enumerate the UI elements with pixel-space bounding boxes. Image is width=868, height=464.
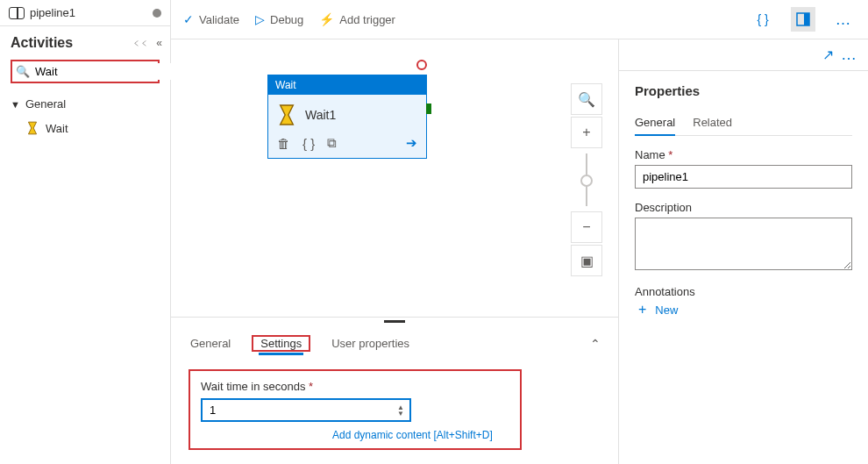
name-group: Name * bbox=[635, 148, 852, 189]
activities-header: Activities ﹤﹤ « bbox=[0, 26, 170, 58]
required-star: * bbox=[668, 148, 672, 161]
tree-item-wait[interactable]: Wait bbox=[9, 116, 161, 140]
prop-tab-general[interactable]: General bbox=[635, 111, 675, 136]
lightning-icon: ⚡ bbox=[319, 12, 334, 26]
zoom-out-button[interactable]: − bbox=[571, 211, 602, 243]
activities-search-input[interactable] bbox=[33, 63, 184, 80]
tree-item-label: Wait bbox=[46, 122, 68, 135]
tree-group-label: General bbox=[25, 97, 66, 111]
properties-toggle-button[interactable] bbox=[791, 7, 815, 32]
wait-time-label-text: Wait time in seconds bbox=[201, 380, 305, 393]
name-label: Name * bbox=[635, 148, 852, 161]
validate-button[interactable]: ✓ Validate bbox=[183, 12, 239, 26]
debug-label: Debug bbox=[270, 13, 303, 26]
node-actions: 🗑 { } ⧉ ➔ bbox=[268, 132, 426, 158]
plus-icon: + bbox=[638, 302, 646, 318]
required-star: * bbox=[309, 380, 313, 393]
wait-time-group: Wait time in seconds * ▲▼ Add dynamic co… bbox=[189, 369, 522, 450]
tab-settings[interactable]: Settings bbox=[259, 332, 303, 355]
add-trigger-button[interactable]: ⚡ Add trigger bbox=[319, 12, 395, 26]
zoom-search-button[interactable]: 🔍 bbox=[571, 83, 602, 115]
description-label: Description bbox=[635, 201, 852, 214]
prop-tab-related[interactable]: Related bbox=[693, 111, 732, 135]
node-name: Wait1 bbox=[305, 108, 336, 122]
properties-tabs: General Related bbox=[635, 111, 852, 136]
breakpoint-icon[interactable] bbox=[416, 60, 427, 70]
bottom-tabs: General Settings User properties ⌃ bbox=[171, 326, 618, 360]
svg-rect-1 bbox=[804, 13, 809, 25]
code-icon[interactable]: { } bbox=[302, 136, 315, 151]
collapse-bottom-icon[interactable]: ⌃ bbox=[590, 337, 601, 351]
unsaved-indicator bbox=[153, 9, 161, 18]
activities-search[interactable]: 🔍 bbox=[11, 60, 160, 83]
bottom-panel: General Settings User properties ⌃ Wait … bbox=[171, 317, 618, 464]
new-label: New bbox=[655, 303, 678, 317]
more-actions-button[interactable]: … bbox=[831, 7, 856, 32]
play-icon: ▷ bbox=[255, 12, 265, 26]
pipeline-toolbar: ✓ Validate ▷ Debug ⚡ Add trigger { } … bbox=[171, 0, 868, 39]
code-view-button[interactable]: { } bbox=[751, 7, 775, 32]
tab-settings-highlight: Settings bbox=[252, 335, 310, 352]
collapse-down-icon[interactable]: ﹤﹤ bbox=[132, 36, 147, 51]
annotations-group: Annotations + New bbox=[635, 285, 852, 318]
delete-icon[interactable]: 🗑 bbox=[277, 136, 290, 151]
arrow-out-icon[interactable]: ➔ bbox=[406, 135, 417, 151]
copy-icon[interactable]: ⧉ bbox=[327, 135, 337, 151]
left-panel: pipeline1 Activities ﹤﹤ « 🔍 ▼ General Wa… bbox=[0, 0, 171, 464]
resize-handle[interactable] bbox=[171, 318, 618, 326]
expand-icon[interactable]: ↗ bbox=[822, 46, 834, 63]
validate-label: Validate bbox=[199, 13, 239, 26]
hourglass-icon bbox=[26, 121, 39, 135]
annotations-label: Annotations bbox=[635, 285, 852, 298]
node-body: Wait1 bbox=[268, 95, 426, 132]
properties-icon bbox=[796, 12, 810, 26]
zoom-controls: 🔍 + − ▣ bbox=[571, 83, 602, 276]
panel-header-actions: ↗ … bbox=[619, 39, 868, 71]
collapse-left-icon[interactable]: « bbox=[156, 37, 160, 49]
canvas[interactable]: Wait Wait1 🗑 { } ⧉ bbox=[171, 39, 618, 317]
pipeline-icon bbox=[9, 7, 25, 19]
name-label-text: Name bbox=[635, 148, 665, 161]
node-header: Wait bbox=[268, 75, 426, 95]
wait-time-label: Wait time in seconds * bbox=[201, 380, 509, 393]
check-icon: ✓ bbox=[183, 12, 194, 26]
properties-body: Properties General Related Name * Descri… bbox=[619, 71, 868, 342]
hourglass-icon bbox=[277, 104, 296, 126]
zoom-fit-button[interactable]: ▣ bbox=[571, 245, 602, 276]
chevron-down-icon: ▼ bbox=[11, 99, 20, 110]
step-down-icon[interactable]: ▼ bbox=[397, 410, 404, 417]
debug-button[interactable]: ▷ Debug bbox=[255, 12, 303, 26]
tab-general[interactable]: General bbox=[189, 332, 232, 355]
name-input[interactable] bbox=[635, 165, 852, 189]
stepper[interactable]: ▲▼ bbox=[397, 404, 404, 417]
success-connector[interactable] bbox=[426, 104, 431, 114]
wait-time-input-wrap[interactable]: ▲▼ bbox=[201, 398, 411, 422]
activities-heading: Activities bbox=[11, 35, 126, 51]
tab-title: pipeline1 bbox=[30, 6, 147, 19]
tab-user-properties[interactable]: User properties bbox=[330, 332, 411, 355]
settings-content: Wait time in seconds * ▲▼ Add dynamic co… bbox=[171, 360, 618, 464]
pipeline-tab[interactable]: pipeline1 bbox=[0, 0, 170, 26]
zoom-knob[interactable] bbox=[580, 175, 593, 187]
canvas-column: Wait Wait1 🗑 { } ⧉ bbox=[171, 39, 618, 464]
wait-time-input[interactable] bbox=[208, 402, 397, 418]
main-column: ✓ Validate ▷ Debug ⚡ Add trigger { } … bbox=[171, 0, 868, 464]
add-dynamic-content-link[interactable]: Add dynamic content [Alt+Shift+D] bbox=[332, 429, 509, 441]
search-icon: 🔍 bbox=[16, 65, 30, 78]
description-input[interactable] bbox=[635, 218, 852, 270]
add-trigger-label: Add trigger bbox=[339, 13, 395, 26]
zoom-in-button[interactable]: + bbox=[571, 117, 602, 148]
tree-group-general[interactable]: ▼ General bbox=[9, 92, 161, 116]
description-group: Description bbox=[635, 201, 852, 273]
properties-title: Properties bbox=[635, 83, 852, 98]
activities-tree: ▼ General Wait bbox=[0, 90, 170, 142]
properties-panel: ↗ … Properties General Related Name * De… bbox=[618, 39, 868, 464]
add-annotation-button[interactable]: + New bbox=[638, 302, 852, 318]
more-icon[interactable]: … bbox=[841, 46, 857, 64]
zoom-slider[interactable] bbox=[586, 153, 587, 206]
activity-node-wait[interactable]: Wait Wait1 🗑 { } ⧉ bbox=[267, 75, 427, 159]
